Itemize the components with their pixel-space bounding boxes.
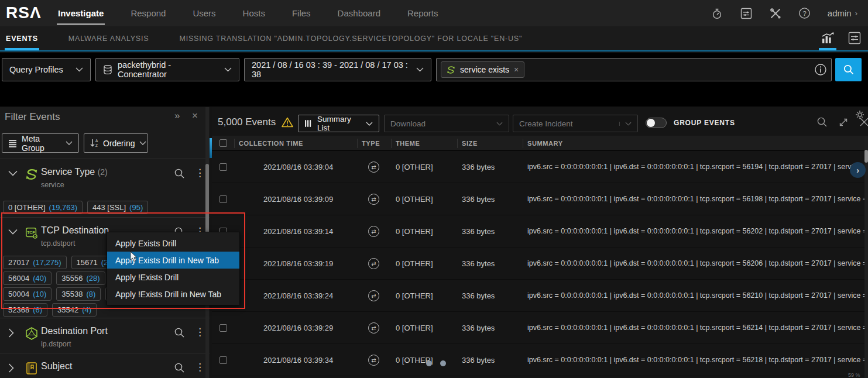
network-event-icon: ⇄ — [368, 226, 379, 237]
view-selector-dropdown[interactable]: Summary List — [298, 115, 379, 132]
meta-value-pill[interactable]: 443 [SSL](95) — [87, 201, 148, 214]
jobs-panel-icon[interactable] — [740, 7, 753, 20]
chevron-right-icon[interactable] — [8, 363, 14, 373]
column-header-summary[interactable]: SUMMARY — [523, 139, 864, 148]
nav-item-users[interactable]: Users — [191, 1, 217, 25]
checkbox[interactable] — [219, 139, 227, 147]
chevron-down-icon[interactable] — [8, 229, 18, 235]
events-preferences-icon[interactable] — [847, 30, 862, 46]
table-row[interactable]: 2021/08/16 03:39:19⇄0 [OTHER]336 bytesip… — [212, 248, 864, 280]
table-row[interactable]: 2021/08/16 03:39:24⇄0 [OTHER]336 bytesip… — [212, 280, 864, 312]
meta-value-pill[interactable]: 27017(17,275) — [3, 256, 67, 269]
service-selector-label: packethybrid - Concentrator — [118, 60, 219, 79]
nav-item-hosts[interactable]: Hosts — [242, 1, 266, 25]
meta-value-pill[interactable]: 56004(40) — [3, 272, 52, 285]
meta-value-pill[interactable]: 52368(6) — [3, 303, 47, 317]
meta-value-pill[interactable]: 0 [OTHER](19,763) — [3, 201, 83, 214]
column-header-collection-time[interactable]: COLLECTION TIME — [234, 139, 357, 148]
table-row[interactable]: 2021/08/16 03:39:14⇄0 [OTHER]336 bytesip… — [212, 215, 864, 248]
section-menu-kebab-icon[interactable]: ⋮ — [195, 361, 205, 373]
create-incident-dropdown[interactable]: Create Incident — [513, 115, 638, 132]
context-menu-item[interactable]: Apply Exists Drill in New Tab — [107, 252, 239, 269]
meta-section-ip-dstport[interactable]: Destination Port ip.dstport ⋮ — [0, 325, 206, 355]
search-icon[interactable] — [174, 327, 185, 338]
nav-item-investigate[interactable]: Investigate — [57, 1, 105, 25]
meta-value-pill[interactable]: 35542(4) — [52, 303, 97, 317]
remove-filter-icon[interactable]: × — [514, 65, 519, 74]
subnav-tab[interactable]: EVENTS — [5, 27, 39, 50]
query-info-icon[interactable] — [814, 63, 827, 76]
subnav-tab[interactable]: MISSING TRANSLATION "ADMIN.TOPOLOGY.SERV… — [178, 27, 523, 50]
meta-section-subject[interactable]: Subject ⋮ — [0, 360, 206, 378]
checkbox[interactable] — [219, 356, 227, 364]
stopwatch-icon[interactable] — [711, 7, 723, 20]
user-menu[interactable]: admin › — [828, 8, 857, 18]
chevron-right-icon[interactable] — [8, 328, 14, 338]
summary-cell: ipv6.src = 0:0:0:0:0:0:0:1 | ipv6.dst = … — [523, 195, 864, 203]
nav-item-respond[interactable]: Respond — [129, 1, 167, 25]
table-row[interactable]: 2021/08/16 03:39:29⇄0 [OTHER]336 bytesip… — [212, 312, 864, 344]
warning-icon[interactable] — [282, 117, 293, 128]
context-menu-item[interactable]: Apply !Exists Drill in New Tab — [107, 286, 239, 303]
query-filter-input[interactable]: service exists × — [436, 58, 832, 81]
events-chart-view-icon[interactable] — [820, 30, 835, 46]
ordering-dropdown[interactable]: AZ Ordering — [84, 133, 148, 153]
network-event-icon: ⇄ — [368, 290, 379, 301]
meta-value-pill[interactable]: 50004(10) — [3, 287, 52, 301]
column-header-type[interactable]: TYPE — [357, 139, 391, 148]
group-events-toggle[interactable] — [646, 118, 667, 128]
filter-pill-service-exists[interactable]: service exists × — [441, 61, 524, 78]
meta-section-service-type[interactable]: Service Type (2) service ⋮ — [0, 166, 206, 196]
time-range-dropdown[interactable]: 2021 / 08 / 16 03 : 39 - 2021 / 08 / 17 … — [244, 58, 431, 81]
scroll-right-button[interactable]: › — [850, 162, 866, 178]
network-event-icon: ⇄ — [368, 161, 379, 173]
section-meta-key: service — [41, 181, 64, 189]
subject-icon — [25, 361, 39, 376]
column-settings-gear-icon[interactable] — [855, 110, 864, 119]
run-query-button[interactable] — [835, 58, 862, 81]
close-panel-icon[interactable]: × — [192, 110, 198, 122]
meta-value-pill[interactable]: 35556(28) — [56, 272, 105, 285]
table-row[interactable]: 2021/08/16 03:39:34⇄0 [OTHER]336 bytesip… — [212, 344, 864, 376]
meta-value-pill[interactable]: 35538(8) — [56, 287, 101, 301]
search-events-icon[interactable] — [816, 116, 828, 128]
chevron-down-icon[interactable] — [8, 170, 18, 176]
checkbox[interactable] — [219, 324, 227, 332]
download-dropdown[interactable]: Download — [384, 115, 509, 132]
collection-time-cell: 2021/08/16 03:39:29 — [234, 324, 357, 332]
rsa-logo[interactable]: RSΛ — [6, 4, 42, 22]
service-selector-dropdown[interactable]: packethybrid - Concentrator — [95, 58, 239, 81]
admin-tools-icon[interactable] — [769, 7, 782, 20]
column-header-theme[interactable]: THEME — [391, 139, 457, 148]
query-profiles-dropdown[interactable]: Query Profiles — [2, 58, 91, 81]
expand-panel-icon[interactable] — [838, 117, 849, 128]
meta-group-dropdown[interactable]: Meta Group — [2, 133, 79, 153]
context-menu-item[interactable]: Apply !Exists Drill — [107, 269, 239, 286]
size-cell: 336 bytes — [457, 227, 523, 236]
time-range-label: 2021 / 08 / 16 03 : 39 - 2021 / 08 / 17 … — [252, 60, 416, 79]
help-icon[interactable]: ? — [798, 7, 811, 20]
meta-value: 35542 — [57, 305, 78, 314]
subnav-tab[interactable]: MALWARE ANALYSIS — [67, 27, 150, 50]
search-icon[interactable] — [174, 168, 185, 179]
scrollbar-thumb[interactable] — [864, 150, 868, 163]
nav-item-dashboard[interactable]: Dashboard — [337, 1, 382, 25]
collapse-panel-icon[interactable]: » — [174, 110, 180, 122]
subnav-tabs: EVENTSMALWARE ANALYSISMISSING TRANSLATIO… — [5, 26, 523, 50]
column-header-size[interactable]: SIZE — [457, 139, 523, 148]
theme-cell: 0 [OTHER] — [391, 356, 457, 365]
section-menu-kebab-icon[interactable]: ⋮ — [195, 167, 205, 179]
service-type-icon — [25, 167, 39, 182]
nav-item-files[interactable]: Files — [291, 1, 312, 25]
tcp-pill-row: 50004(10)35538(8)3 — [3, 287, 121, 301]
checkbox[interactable] — [219, 195, 227, 203]
checkbox[interactable] — [219, 163, 227, 171]
nav-item-reports[interactable]: Reports — [406, 1, 440, 25]
context-menu-item[interactable]: Apply Exists Drill — [107, 235, 239, 252]
network-event-icon: ⇄ — [368, 322, 379, 334]
table-row[interactable]: 2021/08/16 03:39:09⇄0 [OTHER]336 bytesip… — [212, 183, 864, 215]
select-all-checkbox[interactable] — [212, 139, 234, 148]
search-icon[interactable] — [174, 362, 185, 373]
section-menu-kebab-icon[interactable]: ⋮ — [195, 326, 205, 338]
table-row[interactable]: 2021/08/16 03:39:04⇄0 [OTHER]336 bytesip… — [212, 151, 864, 183]
